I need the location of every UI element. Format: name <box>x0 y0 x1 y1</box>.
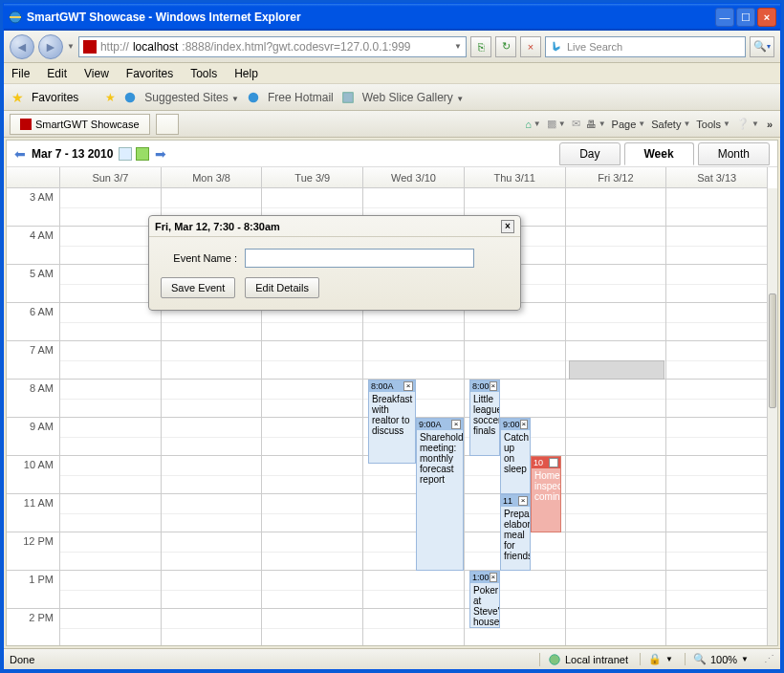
save-event-button[interactable]: Save Event <box>161 277 235 298</box>
close-icon[interactable]: × <box>549 458 558 467</box>
time-slot[interactable] <box>566 571 667 608</box>
mail-button[interactable]: ✉ <box>572 118 580 130</box>
time-slot[interactable] <box>60 532 162 570</box>
time-slot[interactable] <box>666 265 768 302</box>
day-header-sun[interactable]: Sun 3/7 <box>60 167 162 187</box>
home-button[interactable]: ⌂▼ <box>525 119 541 130</box>
day-header-fri[interactable]: Fri 3/12 <box>566 167 667 187</box>
search-box[interactable]: Live Search <box>545 36 746 57</box>
hour-row[interactable]: 12 PM <box>7 532 768 571</box>
address-bar[interactable]: http://localhost:8888/index.html?gwt.cod… <box>78 36 467 57</box>
print-button[interactable]: 🖶▼ <box>586 119 606 130</box>
time-slot[interactable] <box>262 456 363 493</box>
selected-timeslot[interactable] <box>569 360 664 380</box>
time-slot[interactable] <box>262 494 363 532</box>
time-slot[interactable] <box>566 380 667 417</box>
hour-row[interactable]: 2 PM <box>7 609 768 645</box>
day-header-thu[interactable]: Thu 3/11 <box>465 167 566 187</box>
time-slot[interactable] <box>60 227 162 264</box>
time-slot[interactable] <box>60 609 162 645</box>
close-icon[interactable]: × <box>451 420 461 429</box>
event-meal[interactable]: 11× Prepare elaborate meal for friends <box>500 494 531 571</box>
search-go-button[interactable]: 🔍▾ <box>750 36 774 57</box>
time-slot[interactable] <box>162 609 263 645</box>
close-icon[interactable]: × <box>490 381 497 391</box>
time-slot[interactable] <box>162 418 263 455</box>
event-poker[interactable]: 1:00× Poker at Steve's house <box>469 571 500 628</box>
forward-button[interactable]: ► <box>38 34 63 59</box>
time-slot[interactable] <box>162 532 263 570</box>
menu-help[interactable]: Help <box>234 67 258 80</box>
time-slot[interactable] <box>666 456 768 493</box>
time-slot[interactable] <box>666 227 768 264</box>
scrollbar-thumb[interactable] <box>769 293 776 408</box>
time-slot[interactable] <box>566 303 667 340</box>
time-slot[interactable] <box>60 494 162 532</box>
close-button[interactable]: × <box>757 8 776 27</box>
time-slot[interactable] <box>262 571 363 608</box>
time-slot[interactable] <box>60 418 162 455</box>
time-slot[interactable] <box>262 418 363 455</box>
time-slot[interactable] <box>262 609 363 645</box>
minimize-button[interactable]: — <box>715 8 734 27</box>
more-commands-icon[interactable]: » <box>765 119 774 130</box>
zoom-control[interactable]: 🔍 100% ▼ <box>685 653 756 665</box>
free-hotmail-link[interactable]: Free Hotmail <box>268 91 334 104</box>
time-slot[interactable] <box>465 341 566 379</box>
time-slot[interactable] <box>566 418 667 455</box>
day-header-sat[interactable]: Sat 3/13 <box>666 167 768 187</box>
menu-tools[interactable]: Tools <box>190 67 217 80</box>
time-slot[interactable] <box>60 456 162 493</box>
resize-grip[interactable]: ⋰ <box>760 653 774 665</box>
popup-close-button[interactable]: × <box>501 220 514 233</box>
favorites-label[interactable]: Favorites <box>32 91 78 104</box>
time-slot[interactable] <box>666 494 768 532</box>
time-slot[interactable] <box>566 227 667 264</box>
time-slot[interactable] <box>666 303 768 340</box>
hour-row[interactable]: 11 AM <box>7 494 768 532</box>
time-slot[interactable] <box>566 456 667 493</box>
time-slot[interactable] <box>262 341 363 379</box>
menu-view[interactable]: View <box>84 67 109 80</box>
time-slot[interactable] <box>60 380 162 417</box>
close-icon[interactable]: × <box>518 496 528 506</box>
tab-smartgwt[interactable]: SmartGWT Showcase <box>10 114 150 135</box>
webslice-link[interactable]: Web Slice Gallery ▼ <box>362 91 464 104</box>
time-slot[interactable] <box>363 571 465 608</box>
datepicker-icon[interactable] <box>119 147 132 161</box>
new-tab-button[interactable] <box>156 114 179 135</box>
day-header-wed[interactable]: Wed 3/10 <box>363 167 465 187</box>
nav-dropdown-icon[interactable]: ▼ <box>67 42 75 51</box>
safety-menu[interactable]: Safety▼ <box>651 119 690 130</box>
day-tab[interactable]: Day <box>559 142 620 165</box>
time-slot[interactable] <box>666 188 768 226</box>
time-slot[interactable] <box>566 609 667 645</box>
refresh-button[interactable]: ↻ <box>495 36 516 57</box>
hour-row[interactable]: 1 PM <box>7 571 768 609</box>
time-slot[interactable] <box>162 341 263 379</box>
back-button[interactable]: ◄ <box>10 34 34 59</box>
help-button[interactable]: ❔▼ <box>736 118 759 130</box>
next-week-button[interactable]: ➡ <box>155 146 166 162</box>
week-tab[interactable]: Week <box>624 142 694 165</box>
vertical-scrollbar[interactable] <box>768 188 777 645</box>
time-slot[interactable] <box>162 456 263 493</box>
event-shareholder[interactable]: 9:00A× Shareholder meeting: monthly fore… <box>416 418 464 571</box>
time-slot[interactable] <box>60 188 162 226</box>
close-icon[interactable]: × <box>520 420 528 429</box>
time-slot[interactable] <box>566 188 667 226</box>
time-slot[interactable] <box>162 380 263 417</box>
event-soccer[interactable]: 8:00× Little league soccer finals <box>469 380 500 456</box>
tools-menu[interactable]: Tools▼ <box>696 119 730 130</box>
month-tab[interactable]: Month <box>698 142 770 165</box>
time-slot[interactable] <box>566 265 667 302</box>
time-slot[interactable] <box>666 532 768 570</box>
maximize-button[interactable]: ☐ <box>736 8 755 27</box>
menu-favorites[interactable]: Favorites <box>126 67 173 80</box>
event-sleep[interactable]: 9:00× Catch up on sleep <box>500 418 531 494</box>
time-slot[interactable] <box>666 418 768 455</box>
time-slot[interactable] <box>262 532 363 570</box>
menu-file[interactable]: File <box>11 67 30 80</box>
time-slot[interactable] <box>363 609 465 645</box>
protected-mode[interactable]: 🔒▼ <box>640 653 681 665</box>
